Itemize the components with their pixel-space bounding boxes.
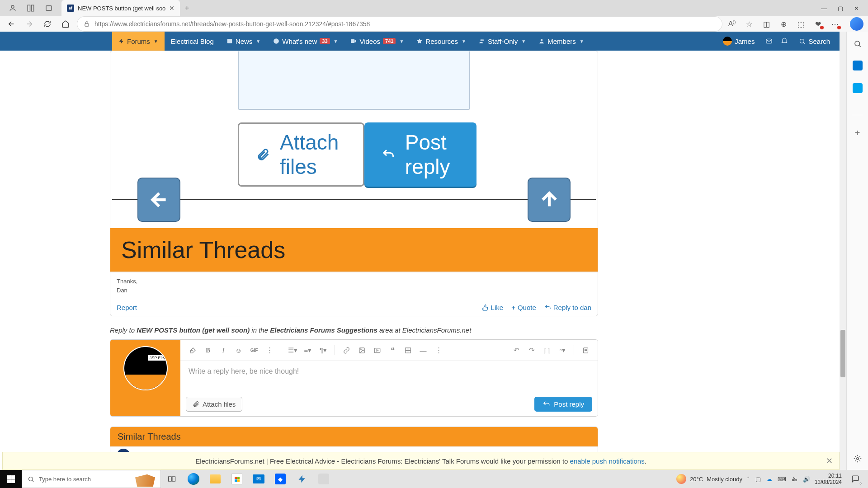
tb-hr-button[interactable]: — (416, 343, 430, 357)
back-button[interactable] (5, 17, 18, 31)
tb-italic-button[interactable]: I (217, 343, 230, 357)
split-screen-icon[interactable]: ◫ (761, 20, 771, 28)
dropbox-taskbar-icon[interactable]: ◆ (269, 470, 291, 488)
browser-tab[interactable]: ef NEW POSTS button (get well soo ✕ (61, 0, 180, 16)
menu-icon[interactable]: ⋯ (830, 20, 840, 28)
tb-table-button[interactable] (401, 343, 415, 357)
tb-more2-button[interactable]: ⋮ (432, 343, 445, 357)
chevron-down-icon[interactable]: ▼ (580, 39, 584, 44)
home-button[interactable] (59, 17, 72, 31)
nav-videos[interactable]: Videos 741 ▼ (344, 32, 410, 51)
scrollbar-thumb[interactable] (840, 330, 845, 377)
sync-icon[interactable]: ❤ (813, 20, 823, 28)
tb-media-button[interactable] (370, 343, 384, 357)
mail-taskbar-icon[interactable]: ✉ (248, 470, 269, 488)
chevron-down-icon[interactable]: ▼ (256, 39, 260, 44)
nav-resources[interactable]: Resources ▼ (410, 32, 472, 51)
profile-icon[interactable] (6, 2, 19, 14)
tb-more-button[interactable]: ⋮ (263, 343, 276, 357)
post-reply-button[interactable]: Post reply (534, 397, 592, 412)
tb-save-button[interactable]: ▫▾ (556, 343, 569, 357)
sidebar-settings-icon[interactable] (854, 455, 862, 463)
tray-chevron-icon[interactable]: ˄ (747, 476, 750, 483)
nav-forums[interactable]: Forums ▼ (112, 32, 165, 51)
tb-redo-button[interactable]: ↷ (525, 343, 538, 357)
taskbar-clock[interactable]: 20:11 13/08/2024 (815, 473, 842, 486)
nav-members[interactable]: Members ▼ (532, 32, 590, 51)
alerts-icon[interactable] (781, 38, 788, 45)
sidebar-add-icon[interactable]: + (855, 128, 860, 138)
store-taskbar-icon[interactable] (226, 470, 248, 488)
tb-code-button[interactable]: [ ] (540, 343, 554, 357)
window-maximize-button[interactable]: ▢ (838, 5, 843, 12)
nav-search[interactable]: Search (796, 38, 833, 45)
refresh-button[interactable] (41, 17, 54, 31)
workspaces-icon[interactable] (24, 2, 37, 14)
svg-rect-4 (85, 23, 89, 26)
tb-bold-button[interactable]: B (201, 343, 215, 357)
window-close-button[interactable]: ✕ (854, 5, 859, 12)
tray-meet-icon[interactable]: ▢ (755, 476, 761, 483)
tb-emoji-button[interactable]: ☺ (232, 343, 245, 357)
tb-gif-button[interactable]: GIF (247, 343, 261, 357)
sidebar-outlook-icon[interactable] (853, 83, 863, 93)
tb-clear-icon[interactable] (186, 343, 199, 357)
tray-onedrive-icon[interactable]: ☁ (766, 476, 772, 483)
sidebar-search-icon[interactable] (854, 40, 862, 48)
tray-volume-icon[interactable]: 🔊 (803, 476, 810, 483)
sidebar-app-icon[interactable] (853, 61, 863, 70)
edge-taskbar-icon[interactable] (183, 470, 204, 488)
quote-button[interactable]: +Quote (511, 304, 536, 311)
enable-notifications-link[interactable]: enable push notifications (570, 457, 645, 465)
chevron-down-icon[interactable]: ▼ (334, 39, 338, 44)
nav-user[interactable]: James (720, 37, 757, 46)
avatar (723, 37, 732, 46)
reply-avatar[interactable]: JSP Electri (123, 346, 168, 390)
tb-list-button[interactable]: ☰▾ (286, 343, 299, 357)
new-tab-button[interactable]: + (184, 4, 189, 13)
attach-files-button[interactable]: Attach files (186, 397, 242, 412)
nav-electrical-blog[interactable]: Electrical Blog (165, 32, 220, 51)
tb-preview-button[interactable] (579, 343, 592, 357)
tray-network-icon[interactable]: 🖧 (792, 476, 797, 483)
like-button[interactable]: Like (482, 304, 504, 311)
taskbar-search[interactable]: Type here to search (22, 470, 161, 488)
read-aloud-icon[interactable]: A)) (727, 20, 737, 28)
explorer-taskbar-icon[interactable] (204, 470, 226, 488)
reply-button[interactable]: Reply to dan (544, 304, 591, 311)
weather-widget[interactable]: 20°C Mostly cloudy (676, 474, 742, 484)
tb-quote-button[interactable]: ❝ (386, 343, 399, 357)
chevron-down-icon[interactable]: ▼ (399, 39, 404, 44)
collections-icon[interactable]: ⊕ (778, 20, 788, 28)
nav-news[interactable]: News ▼ (220, 32, 267, 51)
reply-textarea[interactable]: Write a reply here, be nice though! (180, 361, 598, 392)
task-view-button[interactable] (161, 470, 183, 488)
tb-paragraph-button[interactable]: ¶▾ (316, 343, 330, 357)
tb-undo-button[interactable]: ↶ (509, 343, 523, 357)
chevron-down-icon[interactable]: ▼ (521, 39, 526, 44)
address-bar[interactable]: https://www.electriciansforums.net/threa… (77, 16, 722, 32)
notification-close-button[interactable]: ✕ (826, 456, 833, 466)
chevron-down-icon[interactable]: ▼ (462, 39, 466, 44)
tb-image-button[interactable] (355, 343, 368, 357)
action-center-button[interactable] (846, 470, 864, 488)
tb-link-button[interactable] (340, 343, 353, 357)
tab-close-button[interactable]: ✕ (169, 5, 175, 12)
nav-staff-only[interactable]: Staff-Only ▼ (472, 32, 532, 51)
start-button[interactable] (0, 470, 22, 488)
chevron-down-icon[interactable]: ▼ (154, 39, 158, 44)
report-link[interactable]: Report (117, 304, 137, 311)
inbox-icon[interactable] (765, 38, 773, 45)
extensions-icon[interactable]: ⬚ (796, 20, 806, 28)
svg-point-5 (855, 41, 860, 46)
app-taskbar-icon[interactable] (291, 470, 313, 488)
tb-align-button[interactable]: ≡▾ (301, 343, 315, 357)
window-minimize-button[interactable]: — (821, 5, 827, 12)
tray-keyboard-icon[interactable]: ⌨ (778, 476, 786, 483)
nav-whats-new[interactable]: What's new 33 ▼ (267, 32, 344, 51)
favorite-icon[interactable]: ☆ (744, 20, 754, 28)
app2-taskbar-icon[interactable] (313, 470, 335, 488)
copilot-button[interactable] (850, 17, 863, 31)
tab-groups-icon[interactable] (42, 2, 55, 14)
scrollbar-track[interactable] (840, 32, 846, 470)
